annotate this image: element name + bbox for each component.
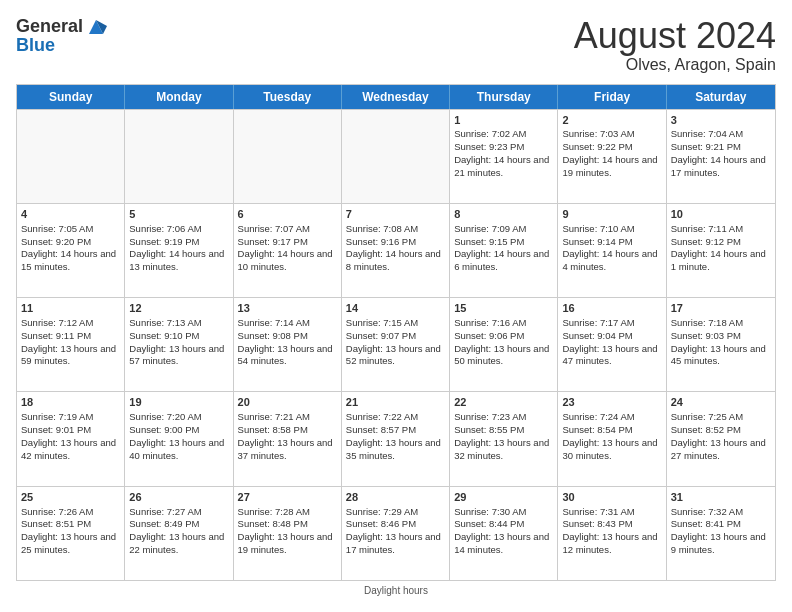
cal-cell: 27Sunrise: 7:28 AMSunset: 8:48 PMDayligh… [234,487,342,580]
day-number: 11 [21,301,120,316]
page: General Blue August 2024 Olves, Aragon, … [0,0,792,612]
cal-cell [234,110,342,203]
day-number: 26 [129,490,228,505]
header-saturday: Saturday [667,85,775,109]
day-number: 1 [454,113,553,128]
month-title: August 2024 [574,16,776,56]
calendar-week-3: 11Sunrise: 7:12 AMSunset: 9:11 PMDayligh… [17,297,775,391]
cal-cell: 23Sunrise: 7:24 AMSunset: 8:54 PMDayligh… [558,392,666,485]
sunset: Sunset: 8:55 PM [454,424,524,435]
title-block: August 2024 Olves, Aragon, Spain [574,16,776,74]
sunset: Sunset: 8:49 PM [129,518,199,529]
daylight: Daylight: 13 hours and 47 minutes. [562,343,657,367]
daylight: Daylight: 13 hours and 12 minutes. [562,531,657,555]
cal-cell: 30Sunrise: 7:31 AMSunset: 8:43 PMDayligh… [558,487,666,580]
cal-cell: 10Sunrise: 7:11 AMSunset: 9:12 PMDayligh… [667,204,775,297]
daylight: Daylight: 14 hours and 6 minutes. [454,248,549,272]
sunset: Sunset: 8:51 PM [21,518,91,529]
daylight: Daylight: 13 hours and 32 minutes. [454,437,549,461]
header-thursday: Thursday [450,85,558,109]
header: General Blue August 2024 Olves, Aragon, … [16,16,776,74]
sunset: Sunset: 9:01 PM [21,424,91,435]
cal-cell: 3Sunrise: 7:04 AMSunset: 9:21 PMDaylight… [667,110,775,203]
calendar-header: Sunday Monday Tuesday Wednesday Thursday… [17,85,775,109]
day-number: 16 [562,301,661,316]
sunrise: Sunrise: 7:23 AM [454,411,526,422]
cal-cell [342,110,450,203]
sunset: Sunset: 9:10 PM [129,330,199,341]
daylight: Daylight: 13 hours and 22 minutes. [129,531,224,555]
cal-cell: 6Sunrise: 7:07 AMSunset: 9:17 PMDaylight… [234,204,342,297]
sunset: Sunset: 9:22 PM [562,141,632,152]
calendar-week-1: 1Sunrise: 7:02 AMSunset: 9:23 PMDaylight… [17,109,775,203]
day-number: 20 [238,395,337,410]
sunset: Sunset: 9:04 PM [562,330,632,341]
sunset: Sunset: 8:41 PM [671,518,741,529]
cal-cell: 11Sunrise: 7:12 AMSunset: 9:11 PMDayligh… [17,298,125,391]
footer-note: Daylight hours [16,585,776,596]
logo-general: General [16,17,83,37]
sunset: Sunset: 9:11 PM [21,330,91,341]
sunset: Sunset: 9:07 PM [346,330,416,341]
sunset: Sunset: 9:17 PM [238,236,308,247]
sunrise: Sunrise: 7:27 AM [129,506,201,517]
sunset: Sunset: 8:58 PM [238,424,308,435]
sunrise: Sunrise: 7:24 AM [562,411,634,422]
sunset: Sunset: 9:08 PM [238,330,308,341]
day-number: 5 [129,207,228,222]
header-tuesday: Tuesday [234,85,342,109]
day-number: 6 [238,207,337,222]
daylight: Daylight: 13 hours and 30 minutes. [562,437,657,461]
sunrise: Sunrise: 7:22 AM [346,411,418,422]
cal-cell: 17Sunrise: 7:18 AMSunset: 9:03 PMDayligh… [667,298,775,391]
daylight: Daylight: 14 hours and 4 minutes. [562,248,657,272]
cal-cell: 9Sunrise: 7:10 AMSunset: 9:14 PMDaylight… [558,204,666,297]
calendar-week-4: 18Sunrise: 7:19 AMSunset: 9:01 PMDayligh… [17,391,775,485]
daylight: Daylight: 14 hours and 10 minutes. [238,248,333,272]
sunset: Sunset: 8:57 PM [346,424,416,435]
cal-cell: 25Sunrise: 7:26 AMSunset: 8:51 PMDayligh… [17,487,125,580]
daylight: Daylight: 14 hours and 19 minutes. [562,154,657,178]
daylight: Daylight: 13 hours and 42 minutes. [21,437,116,461]
cal-cell: 20Sunrise: 7:21 AMSunset: 8:58 PMDayligh… [234,392,342,485]
daylight: Daylight: 13 hours and 59 minutes. [21,343,116,367]
cal-cell: 22Sunrise: 7:23 AMSunset: 8:55 PMDayligh… [450,392,558,485]
sunrise: Sunrise: 7:09 AM [454,223,526,234]
sunrise: Sunrise: 7:08 AM [346,223,418,234]
day-number: 12 [129,301,228,316]
day-number: 18 [21,395,120,410]
daylight: Daylight: 13 hours and 35 minutes. [346,437,441,461]
sunrise: Sunrise: 7:10 AM [562,223,634,234]
daylight: Daylight: 13 hours and 14 minutes. [454,531,549,555]
daylight: Daylight: 14 hours and 21 minutes. [454,154,549,178]
sunrise: Sunrise: 7:06 AM [129,223,201,234]
sunset: Sunset: 9:06 PM [454,330,524,341]
header-friday: Friday [558,85,666,109]
cal-cell [125,110,233,203]
sunset: Sunset: 9:23 PM [454,141,524,152]
cal-cell: 4Sunrise: 7:05 AMSunset: 9:20 PMDaylight… [17,204,125,297]
day-number: 13 [238,301,337,316]
logo: General Blue [16,16,107,56]
sunset: Sunset: 8:54 PM [562,424,632,435]
sunset: Sunset: 9:03 PM [671,330,741,341]
calendar-week-5: 25Sunrise: 7:26 AMSunset: 8:51 PMDayligh… [17,486,775,580]
day-number: 4 [21,207,120,222]
cal-cell [17,110,125,203]
day-number: 25 [21,490,120,505]
sunrise: Sunrise: 7:32 AM [671,506,743,517]
sunrise: Sunrise: 7:26 AM [21,506,93,517]
sunrise: Sunrise: 7:28 AM [238,506,310,517]
cal-cell: 12Sunrise: 7:13 AMSunset: 9:10 PMDayligh… [125,298,233,391]
daylight: Daylight: 13 hours and 17 minutes. [346,531,441,555]
sunrise: Sunrise: 7:20 AM [129,411,201,422]
cal-cell: 28Sunrise: 7:29 AMSunset: 8:46 PMDayligh… [342,487,450,580]
day-number: 17 [671,301,771,316]
sunset: Sunset: 8:44 PM [454,518,524,529]
daylight: Daylight: 13 hours and 27 minutes. [671,437,766,461]
day-number: 8 [454,207,553,222]
daylight: Daylight: 13 hours and 50 minutes. [454,343,549,367]
sunset: Sunset: 9:14 PM [562,236,632,247]
sunset: Sunset: 9:15 PM [454,236,524,247]
daylight: Daylight: 13 hours and 37 minutes. [238,437,333,461]
